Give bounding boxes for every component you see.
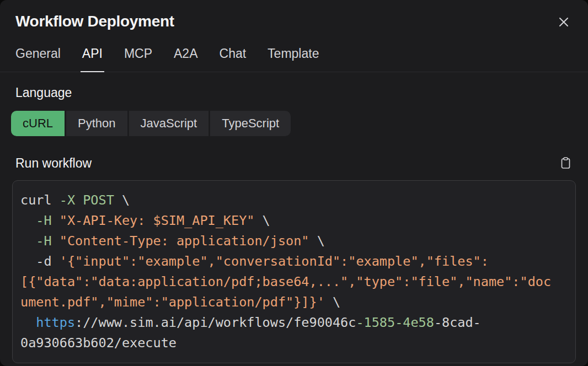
tab-general[interactable]: General — [15, 46, 61, 72]
code-line: [{"data":"data:application/pdf;base64,..… — [20, 272, 568, 292]
tab-api[interactable]: API — [82, 46, 103, 72]
tab-chat[interactable]: Chat — [220, 46, 247, 72]
dialog-header: Workflow Deployment — [0, 0, 588, 30]
workflow-deployment-dialog: Workflow Deployment General API MCP A2A … — [0, 0, 588, 366]
code-line: -H "Content-Type: application/json" \ — [20, 231, 568, 251]
code-wrap: curl -X POST \ -H "X-API-Key: $SIM_API_K… — [0, 180, 588, 363]
language-option-curl[interactable]: cURL — [11, 111, 65, 136]
dialog-title: Workflow Deployment — [15, 13, 174, 30]
tab-template[interactable]: Template — [268, 46, 319, 72]
tab-bar: General API MCP A2A Chat Template — [0, 46, 588, 72]
code-line: 0a930663b602/execute — [20, 333, 568, 353]
code-line: -H "X-API-Key: $SIM_API_KEY" \ — [20, 211, 568, 231]
run-workflow-row: Run workflow — [0, 155, 588, 171]
code-line: ument.pdf","mime":"application/pdf"}]}' … — [20, 292, 568, 313]
language-label: Language — [0, 85, 588, 100]
language-option-python[interactable]: Python — [66, 111, 127, 136]
tab-a2a[interactable]: A2A — [174, 46, 197, 72]
code-line: curl -X POST \ — [20, 190, 568, 211]
close-button[interactable] — [556, 14, 571, 30]
code-line: -d '{"input":"example","conversationId":… — [20, 251, 568, 272]
tab-mcp[interactable]: MCP — [124, 46, 152, 72]
close-icon — [557, 15, 570, 29]
code-block: curl -X POST \ -H "X-API-Key: $SIM_API_K… — [12, 180, 576, 363]
code-line: https://www.sim.ai/api/workflows/fe90046… — [20, 313, 568, 333]
copy-button[interactable] — [559, 155, 573, 171]
clipboard-icon — [560, 157, 571, 170]
language-selector: cURL Python JavaScript TypeScript — [0, 111, 588, 136]
language-option-typescript[interactable]: TypeScript — [210, 111, 291, 136]
run-workflow-label: Run workflow — [15, 156, 92, 171]
language-option-javascript[interactable]: JavaScript — [129, 111, 209, 136]
